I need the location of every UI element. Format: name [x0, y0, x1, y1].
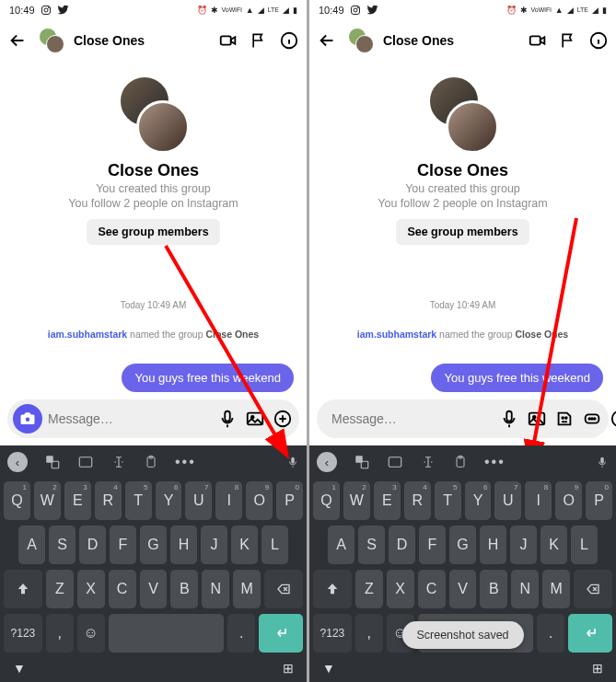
gallery-icon[interactable]	[526, 408, 548, 430]
key-v[interactable]: V	[449, 570, 477, 608]
key-v[interactable]: V	[140, 570, 168, 608]
space-key[interactable]	[109, 614, 225, 653]
key-l[interactable]: L	[262, 526, 288, 564]
key-i[interactable]: I8	[215, 481, 242, 520]
translate-icon[interactable]	[44, 454, 61, 470]
flag-icon[interactable]	[559, 31, 577, 50]
more-icon[interactable]: •••	[175, 454, 196, 470]
key-j[interactable]: J	[201, 526, 227, 564]
key-w[interactable]: W2	[34, 481, 61, 520]
key-m[interactable]: M	[542, 570, 570, 608]
gif-icon[interactable]	[387, 454, 403, 470]
key-l[interactable]: L	[571, 526, 598, 564]
key-w[interactable]: W2	[343, 481, 370, 520]
key-c[interactable]: C	[109, 570, 136, 608]
key-i[interactable]: I8	[525, 481, 552, 520]
gallery-icon[interactable]	[244, 408, 266, 430]
key-a[interactable]: A	[18, 526, 45, 564]
voice-input-icon[interactable]	[286, 454, 299, 470]
key-a[interactable]: A	[328, 526, 354, 564]
period-key[interactable]: .	[537, 614, 564, 653]
comma-key[interactable]: ,	[46, 614, 74, 653]
key-o[interactable]: O9	[555, 481, 582, 520]
text-cursor-icon[interactable]	[110, 454, 127, 470]
key-f[interactable]: F	[110, 526, 136, 564]
flag-icon[interactable]	[250, 31, 268, 50]
back-button[interactable]	[317, 30, 339, 51]
comma-key[interactable]: ,	[355, 614, 383, 653]
key-z[interactable]: Z	[46, 570, 74, 608]
translate-icon[interactable]	[354, 454, 370, 470]
key-e[interactable]: E3	[64, 481, 91, 520]
enter-key[interactable]	[259, 614, 303, 653]
key-e[interactable]: E3	[374, 481, 401, 520]
key-b[interactable]: B	[170, 570, 198, 608]
sticker-icon[interactable]	[553, 408, 575, 430]
key-h[interactable]: H	[480, 526, 506, 564]
gif-icon[interactable]	[77, 454, 94, 470]
key-p[interactable]: P0	[586, 481, 612, 520]
key-z[interactable]: Z	[355, 570, 383, 608]
key-y[interactable]: Y6	[156, 481, 182, 520]
camera-button[interactable]	[13, 404, 42, 433]
key-k[interactable]: K	[540, 526, 567, 564]
quick-reply-icon[interactable]	[581, 408, 603, 430]
key-n[interactable]: N	[202, 570, 229, 608]
video-call-icon[interactable]	[218, 30, 238, 51]
key-k[interactable]: K	[231, 526, 258, 564]
symbols-key[interactable]: ?123	[313, 614, 352, 653]
key-p[interactable]: P0	[276, 481, 303, 520]
keyboard-switch-icon[interactable]: ⊞	[592, 661, 603, 676]
shift-key[interactable]	[313, 570, 352, 608]
info-icon[interactable]	[588, 30, 609, 51]
key-h[interactable]: H	[170, 526, 197, 564]
video-call-icon[interactable]	[528, 30, 548, 51]
key-r[interactable]: R4	[404, 481, 431, 520]
key-q[interactable]: Q1	[4, 481, 30, 520]
key-t[interactable]: T5	[125, 481, 152, 520]
message-bubble[interactable]: You guys free this weekend	[431, 364, 603, 392]
info-icon[interactable]	[279, 30, 299, 51]
see-members-button[interactable]: See group members	[87, 219, 219, 245]
key-c[interactable]: C	[418, 570, 446, 608]
backspace-key[interactable]	[264, 570, 303, 608]
key-y[interactable]: Y6	[465, 481, 492, 520]
keyboard-switch-icon[interactable]: ⊞	[283, 661, 294, 676]
emoji-key[interactable]: ☺	[77, 614, 105, 653]
key-j[interactable]: J	[510, 526, 537, 564]
key-q[interactable]: Q1	[313, 481, 340, 520]
key-x[interactable]: X	[77, 570, 105, 608]
clipboard-icon[interactable]	[144, 454, 158, 470]
system-username[interactable]: iam.subhamstark	[48, 329, 127, 340]
key-g[interactable]: G	[449, 526, 476, 564]
voice-input-icon[interactable]	[596, 454, 609, 470]
plus-icon[interactable]	[272, 408, 294, 430]
close-icon[interactable]	[609, 408, 616, 430]
key-s[interactable]: S	[358, 526, 385, 564]
key-u[interactable]: U7	[494, 481, 521, 520]
key-b[interactable]: B	[480, 570, 507, 608]
system-username[interactable]: iam.subhamstark	[357, 329, 436, 340]
enter-key[interactable]	[568, 614, 612, 653]
key-m[interactable]: M	[233, 570, 261, 608]
text-cursor-icon[interactable]	[420, 454, 436, 470]
mic-icon[interactable]	[216, 408, 238, 430]
key-t[interactable]: T5	[435, 481, 461, 520]
see-members-button[interactable]: See group members	[396, 219, 529, 245]
key-u[interactable]: U7	[185, 481, 212, 520]
period-key[interactable]: .	[227, 614, 255, 653]
message-input[interactable]	[322, 411, 493, 426]
key-x[interactable]: X	[387, 570, 414, 608]
key-s[interactable]: S	[49, 526, 76, 564]
nav-down-icon[interactable]: ▼	[322, 661, 335, 676]
key-n[interactable]: N	[511, 570, 539, 608]
chat-title[interactable]: Close Ones	[383, 33, 454, 48]
message-bubble[interactable]: You guys free this weekend	[122, 364, 294, 392]
group-avatar-small[interactable]	[348, 28, 374, 53]
message-input[interactable]	[48, 411, 211, 426]
key-d[interactable]: D	[79, 526, 106, 564]
clipboard-icon[interactable]	[453, 454, 468, 470]
chat-title[interactable]: Close Ones	[74, 33, 145, 48]
more-icon[interactable]: •••	[484, 454, 506, 470]
key-g[interactable]: G	[140, 526, 167, 564]
